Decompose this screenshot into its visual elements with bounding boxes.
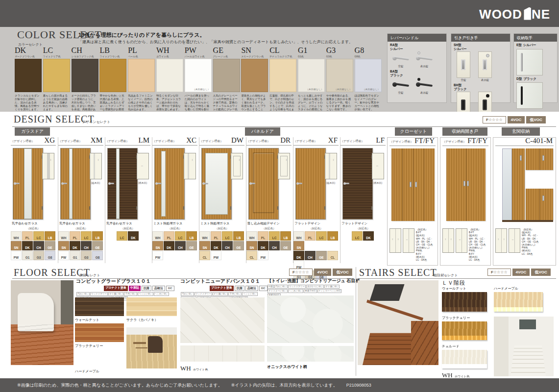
color-code: CL xyxy=(269,47,296,54)
supported-colors-label: （対応色） xyxy=(199,227,244,230)
color-swatch xyxy=(99,59,126,92)
feature-chip: ペットに強い xyxy=(138,292,153,296)
cabinet-column-2: （デザイン呼称）FT/FY↕↕↔（対応色） B-FT (縦木目) WH・PL・L… xyxy=(440,137,491,266)
color-swatch xyxy=(15,59,42,92)
thumb-strip xyxy=(47,153,50,179)
cert-badge: F☆☆☆☆ xyxy=(483,116,506,123)
grain-arrow-icon: ↔ xyxy=(406,238,408,241)
hardware-panel-3: 収納取手E型シルバーD型ブラック xyxy=(513,33,558,103)
footer-note-2: ※イラスト内の矢印は、木目方向を表示しています。 xyxy=(231,382,338,389)
color-swatch xyxy=(269,59,296,92)
stair-tread-swatch xyxy=(442,350,487,368)
thumbturn-icon xyxy=(417,78,420,81)
door-label-row: （デザイン呼称）LM xyxy=(105,137,150,146)
hinge-icon xyxy=(277,206,278,210)
door-caption: 乳半合わせガラス xyxy=(106,221,132,226)
top-header-bar: WOODNE xyxy=(0,0,559,27)
hinge-icon xyxy=(324,206,325,210)
door-pull-icon xyxy=(478,51,492,78)
tread-front-edge xyxy=(494,307,543,312)
grain-thumbnail: ↕↕ xyxy=(442,228,454,253)
mini-color-code: GE xyxy=(45,246,55,249)
color-name: パールホワイト色 xyxy=(185,55,212,58)
mini-color-code: WH xyxy=(294,236,304,240)
door-label-row: （デザイン呼称）XC xyxy=(152,137,197,146)
mini-color-swatch: LB xyxy=(327,231,338,241)
door-column-LF: （デザイン呼称）LF↔(横木目)フラットデザイン（対応色）LCDK xyxy=(340,137,386,263)
cabinet-label-row: （デザイン呼称）FT/FY xyxy=(389,138,436,146)
storage-handle-icon xyxy=(516,49,543,75)
mini-color-swatch: CL xyxy=(199,251,210,260)
mini-color-swatch: DK xyxy=(258,241,268,250)
mini-color-swatch: SN xyxy=(58,241,69,250)
photo-window xyxy=(519,319,536,329)
lever-bar xyxy=(418,83,433,87)
supported-colors-label: （対応色） xyxy=(152,227,197,230)
floor-badge: プロテクト塗装 xyxy=(210,286,234,291)
mini-color-swatch: PW xyxy=(11,251,22,260)
hardware-variants xyxy=(516,81,555,109)
variant-label: 表示錠 xyxy=(475,78,495,82)
design-call-label: （デザイン呼称） xyxy=(152,139,176,144)
thumb-divider xyxy=(409,229,409,252)
mini-color-code: CH xyxy=(305,256,315,259)
thumb-strip xyxy=(329,153,330,179)
mini-color-swatch: WH xyxy=(246,231,257,241)
door-code: DR xyxy=(280,136,291,145)
grain-thumbnail-label: (横木目) xyxy=(135,181,150,184)
staircase-photo xyxy=(358,280,438,365)
mini-color-code: PL xyxy=(305,236,315,240)
door-label-row: （デザイン呼称）XM xyxy=(58,137,103,146)
mini-color-swatch: LC xyxy=(81,231,92,241)
mini-color-code: LC xyxy=(269,236,279,240)
variant-label: 空錠 xyxy=(390,91,412,95)
mini-color-swatch: WH xyxy=(293,231,304,241)
stair-tread-swatch xyxy=(442,321,487,340)
grain-thumbnail-label: (縦木目) xyxy=(323,181,339,184)
lever-variant: 空錠 xyxy=(390,78,412,95)
cabinet-label-row: C-401-M xyxy=(495,138,554,146)
grain-arrow-icon: ↕ xyxy=(498,238,499,241)
mini-color-code: WH xyxy=(153,236,163,240)
panel-divider xyxy=(539,189,540,220)
color-code: WH xyxy=(156,47,183,54)
mini-color-swatch: LC xyxy=(117,231,127,241)
door-column-DW: （デザイン呼称）DW↕ミスト熱処理ガラス（対応色）WHPLLCLBSNDKCHG… xyxy=(199,137,244,263)
mini-color-swatch: CH xyxy=(305,251,316,260)
cert-badge: F☆☆☆☆ xyxy=(289,269,313,276)
mini-color-code: LB xyxy=(187,236,196,240)
mini-color-swatch: DK xyxy=(293,251,304,260)
logo-text-left: WOOD xyxy=(479,7,522,22)
grain-thumbnail: ↕ xyxy=(231,153,243,179)
mini-color-code: CL xyxy=(200,256,210,259)
color-select-description: 「建具は家と共に長く使うものだから、お気に入りのものを選びたい」、「家具や雑貨と… xyxy=(78,39,382,45)
grain-thumbnail: ↕↕ xyxy=(389,228,401,253)
mini-color-code: G8 xyxy=(45,256,55,259)
mini-color-code: DK xyxy=(128,236,138,240)
color-swatch: （木目柄なし） xyxy=(355,59,382,92)
hardware-item-name: E型シルバー xyxy=(516,43,555,47)
mini-color-swatch: DK xyxy=(128,231,139,241)
hardware-item-name: SH型シルバー xyxy=(454,43,508,50)
supported-colors-text: （対応色） B-FT (縦木目) WH・PL・LC・ LB・SN・DK・ CH・… xyxy=(416,228,433,262)
indicator-lock-icon xyxy=(486,94,489,98)
mini-color-code: DK xyxy=(258,246,268,249)
mini-color-code: PW xyxy=(258,256,268,259)
mini-color-swatch: PW xyxy=(152,251,163,260)
color-swatch xyxy=(156,59,183,92)
door-image xyxy=(13,148,43,220)
thumb-strip xyxy=(94,153,95,179)
room-photo xyxy=(126,327,177,368)
color-swatch: （木目柄なし） xyxy=(185,59,212,92)
mini-color-code: PL xyxy=(211,236,221,240)
hardware-item-color: シルバー xyxy=(454,47,508,51)
hardware-item: BA型ブラック空錠表示錠 xyxy=(388,68,446,95)
hinge-icon xyxy=(89,206,90,210)
color-item-WH: WHホワイト色明るくモダンな印象。アクセントカラーと組み合わせれば、華やかで多彩… xyxy=(156,47,183,111)
door-column-DR: （デザイン呼称）DR↕落し込み框組デザイン（対応色）WHPLLCLBSNDKCH… xyxy=(246,137,292,263)
door-image xyxy=(107,148,138,220)
mini-color-code: CH xyxy=(175,246,185,249)
color-description: 明るくモダンな印象。アクセントカラーと組み合わせれば、華やかで多彩な表情を楽しめ… xyxy=(156,94,183,111)
cabinet-label-row: （デザイン呼称）FT/FY xyxy=(442,138,488,146)
grain-arrow-icon: ↔ xyxy=(141,164,144,167)
